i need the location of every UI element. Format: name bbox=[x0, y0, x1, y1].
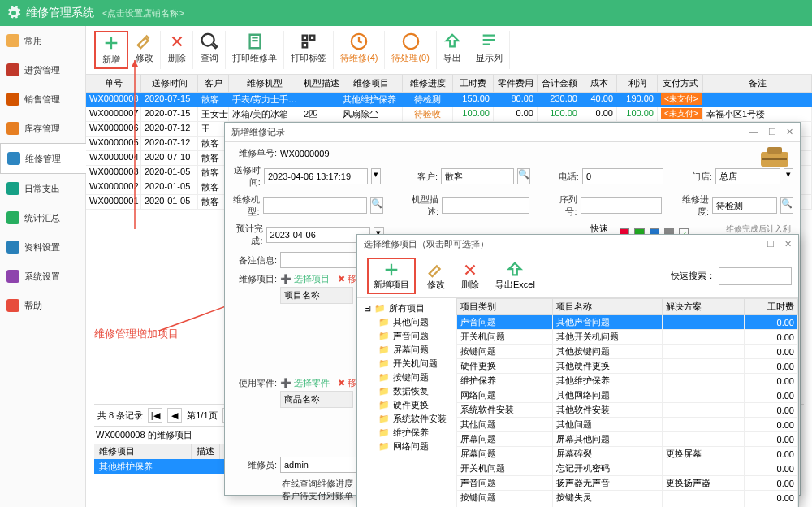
project-row[interactable]: 网络问题其他网络问题0.00 bbox=[457, 388, 798, 403]
col-header[interactable]: 维修项目 bbox=[339, 75, 403, 92]
tree-item[interactable]: 📁 开关机问题 bbox=[364, 357, 449, 370]
project-row[interactable]: 其他问题其他问题0.00 bbox=[457, 418, 798, 432]
col-header[interactable]: 支付方式 bbox=[658, 75, 703, 92]
detail-col-desc: 描述 bbox=[192, 444, 220, 459]
proj-col-header[interactable]: 解决方案 bbox=[663, 299, 745, 315]
col-header[interactable]: 零件费用 bbox=[494, 75, 538, 92]
minimize-icon[interactable]: — bbox=[749, 127, 758, 137]
proj-col-header[interactable]: 工时费 bbox=[744, 299, 797, 315]
col-header[interactable]: 工时费 bbox=[453, 75, 494, 92]
quick-search-input[interactable] bbox=[719, 267, 792, 285]
toolbar-修改[interactable]: 修改 bbox=[128, 31, 161, 69]
tree-item[interactable]: 📁 硬件更换 bbox=[364, 398, 449, 412]
category-tree: ⊟ 📁 所有项目📁 其他问题📁 声音问题📁 屏幕问题📁 开关机问题📁 按键问题📁… bbox=[357, 298, 456, 507]
col-header[interactable]: 机型描述 bbox=[300, 75, 339, 92]
app-title: 维修管理系统 bbox=[26, 6, 94, 20]
close-icon-2[interactable]: ✕ bbox=[784, 239, 792, 249]
col-header[interactable]: 成本 bbox=[581, 75, 617, 92]
sidebar-item-3[interactable]: 库存管理 bbox=[0, 114, 85, 143]
col-header[interactable]: 合计金额 bbox=[538, 75, 581, 92]
sidebar-item-6[interactable]: 统计汇总 bbox=[0, 203, 85, 232]
sidebar-item-0[interactable]: 常用 bbox=[0, 26, 85, 55]
sidebar-item-5[interactable]: 日常支出 bbox=[0, 174, 85, 203]
project-row[interactable]: 屏幕问题屏幕碎裂更换屏幕0.00 bbox=[457, 447, 798, 462]
tree-item[interactable]: 📁 数据恢复 bbox=[364, 384, 449, 398]
toolbar-待处理(0)[interactable]: 待处理(0) bbox=[385, 31, 436, 69]
tree-item[interactable]: 📁 声音问题 bbox=[364, 329, 449, 343]
tree-item[interactable]: 📁 维护保养 bbox=[364, 426, 449, 440]
maximize-icon-2[interactable]: ☐ bbox=[767, 239, 775, 249]
sub-toolbar-导出Excel[interactable]: 导出Excel bbox=[490, 259, 540, 292]
customer-input[interactable] bbox=[441, 168, 514, 184]
project-row[interactable]: 屏幕问题屏幕其他问题0.00 bbox=[457, 432, 798, 447]
project-row[interactable]: 声音问题其他声音问题0.00 bbox=[457, 315, 798, 330]
add-parts-link[interactable]: ➕ 选择零件 bbox=[280, 377, 330, 389]
sub-toolbar-新增项目[interactable]: 新增项目 bbox=[367, 258, 416, 294]
search-model-icon[interactable]: 🔍 bbox=[370, 197, 383, 214]
tree-item[interactable]: 📁 按键问题 bbox=[364, 370, 449, 384]
col-header[interactable]: 送修时间 bbox=[141, 75, 198, 92]
table-row[interactable]: WX00000082020-07-15散客手表/劳力士手…其他维护保养待检测15… bbox=[86, 93, 812, 107]
sidebar-item-1[interactable]: 进货管理 bbox=[0, 55, 85, 84]
tree-item[interactable]: 📁 网络问题 bbox=[364, 440, 449, 453]
close-icon[interactable]: ✕ bbox=[786, 127, 793, 137]
calendar-icon[interactable]: ▾ bbox=[371, 168, 381, 184]
sub-toolbar-修改[interactable]: 修改 bbox=[422, 259, 450, 292]
main-toolbar: 新增修改删除查询打印维修单打印标签待维修(4)待处理(0)导出显示列 bbox=[86, 26, 812, 75]
content-area: 新增修改删除查询打印维修单打印标签待维修(4)待处理(0)导出显示列 单号送修时… bbox=[86, 26, 812, 507]
toolbar-查询[interactable]: 查询 bbox=[193, 31, 226, 69]
col-header[interactable]: 维修进度 bbox=[403, 75, 453, 92]
desc-input[interactable] bbox=[442, 197, 529, 214]
dialog-select-project: 选择维修项目（双击即可选择） —☐✕ 新增项目修改删除导出Excel 快速搜索：… bbox=[356, 234, 799, 507]
serial-input[interactable] bbox=[581, 197, 662, 214]
search-customer-icon[interactable]: 🔍 bbox=[517, 168, 530, 184]
shop-name-hint[interactable]: <点击设置店铺名称> bbox=[102, 7, 184, 20]
phone-input[interactable] bbox=[582, 168, 663, 184]
tree-root[interactable]: ⊟ 📁 所有项目 bbox=[364, 301, 449, 315]
col-header[interactable]: 单号 bbox=[86, 75, 141, 92]
project-row[interactable]: 系统软件安装其他软件安装0.00 bbox=[457, 403, 798, 418]
tree-item[interactable]: 📁 其他问题 bbox=[364, 315, 449, 329]
pager-prev[interactable]: ◀ bbox=[167, 408, 182, 422]
col-header[interactable]: 备注 bbox=[703, 75, 812, 92]
model-input[interactable] bbox=[263, 197, 367, 214]
progress-select[interactable] bbox=[712, 197, 777, 214]
col-header[interactable]: 维修机型 bbox=[229, 75, 300, 92]
minimize-icon-2[interactable]: — bbox=[748, 239, 757, 249]
toolbar-打印维修单[interactable]: 打印维修单 bbox=[226, 31, 284, 69]
sidebar-item-7[interactable]: 资料设置 bbox=[0, 232, 85, 262]
project-row[interactable]: 声音问题扬声器无声音更换扬声器0.00 bbox=[457, 476, 798, 491]
expect-input[interactable] bbox=[266, 227, 370, 243]
proj-col-header[interactable]: 项目名称 bbox=[552, 299, 662, 315]
sidebar-item-4[interactable]: 维修管理 bbox=[0, 143, 86, 174]
app-header: 维修管理系统 <点击设置店铺名称> bbox=[0, 0, 812, 26]
toolbar-导出[interactable]: 导出 bbox=[437, 31, 469, 69]
col-header[interactable]: 客户 bbox=[198, 75, 229, 92]
tree-item[interactable]: 📁 系统软件安装 bbox=[364, 412, 449, 426]
sidebar-item-2[interactable]: 销售管理 bbox=[0, 84, 85, 114]
project-row[interactable]: 开关机问题其他开关机问题0.00 bbox=[457, 330, 798, 344]
project-row[interactable]: 按键问题其他按键问题0.00 bbox=[457, 344, 798, 359]
send-time-input[interactable] bbox=[264, 168, 368, 184]
add-project-link[interactable]: ➕ 选择项目 bbox=[280, 273, 330, 285]
project-row[interactable]: 硬件更换其他硬件更换0.00 bbox=[457, 359, 798, 374]
project-row[interactable]: 按键问题按键失灵0.00 bbox=[457, 491, 798, 505]
pager-first[interactable]: |◀ bbox=[148, 408, 162, 422]
sub-toolbar-删除[interactable]: 删除 bbox=[456, 259, 484, 292]
project-row[interactable]: 维护保养其他维护保养0.00 bbox=[457, 374, 798, 388]
table-row[interactable]: WX00000072020-07-15王女士冰箱/美的冰箱2匹风扇除尘待验收10… bbox=[86, 107, 812, 122]
toolbar-打印标签[interactable]: 打印标签 bbox=[284, 31, 334, 69]
tree-item[interactable]: 📁 屏幕问题 bbox=[364, 343, 449, 357]
toolbar-删除[interactable]: 删除 bbox=[161, 31, 193, 69]
progress-search-icon[interactable]: 🔍 bbox=[780, 197, 793, 214]
maximize-icon[interactable]: ☐ bbox=[768, 127, 776, 137]
svg-rect-3 bbox=[767, 147, 782, 154]
toolbar-显示列[interactable]: 显示列 bbox=[469, 31, 510, 69]
toolbar-新增[interactable]: 新增 bbox=[94, 31, 128, 69]
project-row[interactable]: 开关机问题忘记开机密码0.00 bbox=[457, 462, 798, 476]
col-header[interactable]: 利润 bbox=[617, 75, 658, 92]
toolbar-待维修(4)[interactable]: 待维修(4) bbox=[334, 31, 385, 69]
sidebar-item-8[interactable]: 系统设置 bbox=[0, 262, 85, 291]
sidebar-item-9[interactable]: 帮助 bbox=[0, 291, 85, 320]
proj-col-header[interactable]: 项目类别 bbox=[457, 299, 553, 315]
